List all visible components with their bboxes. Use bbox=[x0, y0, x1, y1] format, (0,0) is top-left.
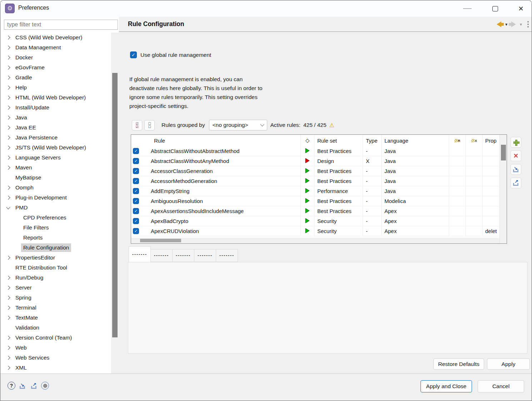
sidebar-item[interactable]: Run/Debug bbox=[0, 273, 111, 283]
forward-history-dropdown-icon[interactable]: ▼ bbox=[519, 23, 523, 26]
import-preferences-button[interactable]: ↘ bbox=[19, 383, 26, 389]
table-row[interactable]: AbstractClassWithoutAnyMethod Design X J… bbox=[131, 156, 499, 166]
deselect-all-rules-button[interactable]: ☐☐ bbox=[144, 120, 155, 130]
detail-tab[interactable]: ------- bbox=[216, 249, 238, 262]
table-row[interactable]: AddEmptyString Performance - Java bbox=[131, 186, 499, 196]
row-checkbox[interactable] bbox=[133, 168, 139, 174]
chevron-icon[interactable] bbox=[6, 55, 10, 59]
export-rules-button[interactable]: ↗ bbox=[511, 178, 521, 188]
sidebar-item[interactable]: CSS (Wild Web Developer) bbox=[0, 33, 111, 43]
chevron-icon[interactable] bbox=[6, 256, 10, 259]
table-hscroll-thumb[interactable] bbox=[140, 239, 181, 242]
use-global-rule-row[interactable]: Use global rule management bbox=[130, 51, 211, 58]
add-rule-button[interactable] bbox=[511, 137, 521, 148]
sidebar-item[interactable]: TextMate bbox=[0, 313, 111, 323]
sidebar-item[interactable]: Validation bbox=[0, 323, 111, 333]
table-row[interactable]: ApexCRUDViolation Security - Apex delet bbox=[131, 226, 499, 236]
minimize-button[interactable] bbox=[459, 0, 476, 17]
row-checkbox[interactable] bbox=[133, 218, 139, 224]
sidebar-item[interactable]: Server bbox=[0, 283, 111, 293]
chevron-icon[interactable] bbox=[6, 145, 10, 149]
table-row[interactable]: AccessorMethodGeneration Best Practices … bbox=[131, 176, 499, 186]
column-rule[interactable]: Rule bbox=[141, 135, 301, 146]
sidebar-item[interactable]: RTE Distribution Tool bbox=[0, 263, 111, 273]
sidebar-item[interactable]: Java EE bbox=[0, 123, 111, 133]
table-row[interactable]: AbstractClassWithoutAbstractMethod Best … bbox=[131, 146, 499, 156]
chevron-icon[interactable] bbox=[6, 135, 10, 139]
chevron-icon[interactable] bbox=[6, 316, 10, 320]
sidebar-item[interactable]: Terminal bbox=[0, 303, 111, 313]
filter-input[interactable] bbox=[4, 20, 118, 30]
sidebar-item[interactable]: Java bbox=[0, 113, 111, 123]
chevron-icon[interactable] bbox=[6, 205, 10, 209]
column-ruleset[interactable]: Rule set bbox=[314, 135, 363, 146]
sidebar-item[interactable]: CPD Preferences bbox=[0, 213, 111, 223]
sidebar-item[interactable]: Maven bbox=[0, 163, 111, 173]
chevron-icon[interactable] bbox=[6, 366, 10, 370]
sidebar-item[interactable]: PMD bbox=[0, 203, 111, 213]
column-language[interactable]: Language bbox=[382, 135, 449, 146]
forward-arrow-icon[interactable] bbox=[511, 21, 516, 27]
sidebar-item[interactable]: XML bbox=[0, 363, 111, 373]
sidebar-item[interactable]: Docker bbox=[0, 53, 111, 63]
detail-tab[interactable]: ------- bbox=[172, 249, 194, 262]
sidebar-item[interactable]: Help bbox=[0, 83, 111, 93]
close-button[interactable]: × bbox=[513, 0, 529, 17]
chevron-icon[interactable] bbox=[6, 115, 10, 119]
sidebar-item[interactable]: Language Servers bbox=[0, 153, 111, 163]
chevron-icon[interactable] bbox=[6, 356, 10, 360]
row-checkbox[interactable] bbox=[133, 228, 139, 234]
sidebar-item[interactable]: Rule Configuration bbox=[0, 243, 111, 253]
chevron-icon[interactable] bbox=[6, 346, 10, 350]
import-rules-button[interactable]: ↘ bbox=[511, 164, 521, 175]
table-row[interactable]: ApexAssertionsShouldIncludeMessage Best … bbox=[131, 206, 499, 216]
table-row[interactable]: AccessorClassGeneration Best Practices -… bbox=[131, 166, 499, 176]
chevron-icon[interactable] bbox=[6, 155, 10, 159]
chevron-icon[interactable] bbox=[6, 125, 10, 129]
chevron-icon[interactable] bbox=[6, 45, 10, 49]
restore-defaults-button[interactable]: Restore Defaults bbox=[433, 358, 484, 370]
row-checkbox[interactable] bbox=[133, 178, 139, 184]
maximize-button[interactable] bbox=[487, 0, 503, 17]
sidebar-item[interactable]: Version Control (Team) bbox=[0, 333, 111, 343]
detail-tab[interactable]: ------- bbox=[129, 246, 151, 262]
apply-and-close-button[interactable]: Apply and Close bbox=[421, 380, 472, 392]
chevron-icon[interactable] bbox=[6, 195, 10, 199]
sidebar-item[interactable]: Oomph bbox=[0, 183, 111, 193]
sidebar-item[interactable]: Gradle bbox=[0, 73, 111, 83]
sidebar-item[interactable]: eGovFrame bbox=[0, 63, 111, 73]
back-arrow-icon[interactable] bbox=[497, 21, 501, 27]
sidebar-item[interactable]: Plug-in Development bbox=[0, 193, 111, 203]
remove-rule-button[interactable]: × bbox=[511, 150, 521, 161]
view-menu-icon[interactable] bbox=[527, 21, 529, 28]
detail-tab[interactable]: ------- bbox=[194, 249, 216, 262]
chevron-icon[interactable] bbox=[6, 286, 10, 289]
sidebar-item[interactable]: File Filters bbox=[0, 223, 111, 233]
sidebar-item[interactable]: PropertiesEditor bbox=[0, 253, 111, 263]
select-all-rules-button[interactable]: ☑☑ bbox=[132, 120, 142, 130]
chevron-icon[interactable] bbox=[6, 336, 10, 340]
detail-tab[interactable]: ------- bbox=[150, 249, 173, 262]
chevron-icon[interactable] bbox=[6, 306, 10, 310]
sidebar-item[interactable]: Java Persistence bbox=[0, 133, 111, 143]
chevron-icon[interactable] bbox=[6, 296, 10, 299]
column-rule-x-icon[interactable]: X bbox=[466, 135, 483, 146]
apply-button[interactable]: Apply bbox=[487, 358, 530, 370]
table-row[interactable]: ApexBadCrypto Security - Apex bbox=[131, 216, 499, 226]
column-properties[interactable]: Prop bbox=[483, 135, 499, 146]
chevron-icon[interactable] bbox=[6, 65, 10, 69]
export-preferences-button[interactable]: ↗ bbox=[30, 383, 38, 389]
chevron-icon[interactable] bbox=[6, 85, 10, 89]
sidebar-scrollbar[interactable] bbox=[111, 33, 119, 373]
sidebar-item[interactable]: Spring bbox=[0, 293, 111, 303]
row-checkbox[interactable] bbox=[133, 198, 139, 204]
column-type[interactable]: Type bbox=[363, 135, 382, 146]
table-row[interactable]: AmbiguousResolution Best Practices - Mod… bbox=[131, 196, 499, 206]
sidebar-item[interactable]: Install/Update bbox=[0, 103, 111, 113]
use-global-checkbox[interactable] bbox=[130, 51, 137, 58]
row-checkbox[interactable] bbox=[133, 208, 139, 214]
table-vscroll-thumb[interactable] bbox=[501, 145, 506, 160]
sidebar-item[interactable]: Reports bbox=[0, 233, 111, 243]
chevron-icon[interactable] bbox=[6, 105, 10, 109]
sidebar-item[interactable]: MyBatipse bbox=[0, 173, 111, 183]
